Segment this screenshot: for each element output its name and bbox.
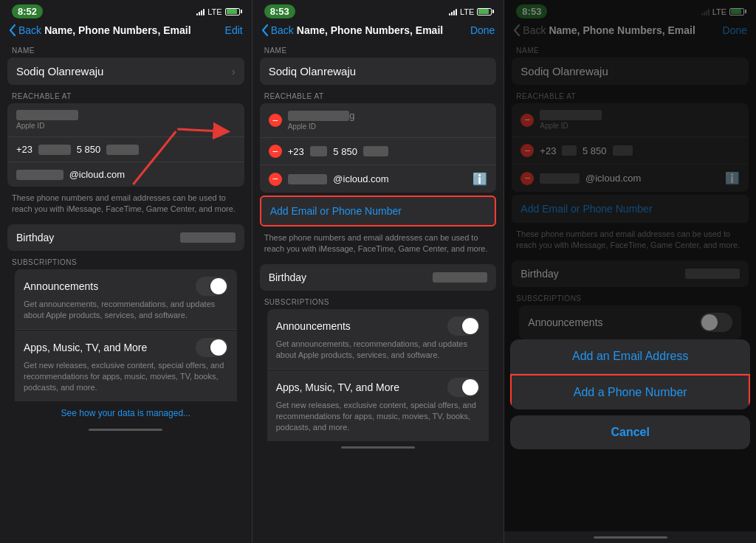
phone-blurred2-2 [363,146,388,156]
phone-screen-3: 8:53 LTE Back Name, Phone Numbers, Email… [504,0,756,543]
status-bar-2: 8:53 LTE [252,0,504,20]
name-field-2[interactable]: Sodiq Olanrewaju [260,58,497,85]
birthday-value-2 [433,272,487,283]
action-sheet-3: Add an Email Address Add a Phone Number … [504,0,756,543]
back-label-1: Back [18,24,41,36]
home-indicator-3 [594,536,667,539]
icloud-blurred-2 [288,174,328,184]
announcements-item-1: Announcements Get announcements, recomme… [15,269,237,330]
subscriptions-group-1: Announcements Get announcements, recomme… [7,269,244,402]
announcements-toggle-2[interactable] [447,317,480,336]
announcements-item-2: Announcements Get announcements, recomme… [267,309,489,370]
phone-blurred-1 [38,145,71,155]
name-value-1: Sodiq Olanrewaju [16,65,103,77]
minus-apple-id-2[interactable] [269,114,282,127]
reachable-desc-1: These phone numbers and email addresses … [0,188,252,220]
announcements-toggle-1[interactable] [196,277,228,296]
subscriptions-group-2: Announcements Get announcements, recomme… [260,309,497,442]
phone-mid-2: 5 850 [333,146,357,157]
minus-icloud-2[interactable] [269,173,282,186]
bottom-bar-2 [252,442,504,454]
bottom-bar-1 [0,424,252,436]
chevron-icon-1: › [232,66,236,77]
action-sheet-group-3: Add an Email Address Add a Phone Number [510,339,750,409]
home-indicator-1 [89,429,162,431]
name-value-2: Sodiq Olanrewaju [269,65,356,77]
info-icon-2[interactable]: ℹ️ [472,172,487,186]
back-label-2: Back [271,24,294,36]
reachable-label-1: REACHABLE AT [0,86,252,103]
reachable-group-1: Apple ID +23 5 850 @icloud.com [7,103,244,187]
email-suffix-2: g [349,110,354,121]
email-blurred-2 [288,111,350,121]
reachable-label-2: REACHABLE AT [252,86,504,103]
add-contact-item-2[interactable]: Add Email or Phone Number [260,196,497,226]
apple-id-item-1: Apple ID [7,103,244,137]
phone-blurred2-1 [106,145,139,155]
announcements-desc-2: Get announcements, recommendations, and … [276,336,481,362]
cancel-label-3: Cancel [611,426,649,438]
minus-phone-2[interactable] [269,145,282,158]
done-button-2[interactable]: Done [470,24,495,36]
battery-icon-2 [477,8,492,15]
add-phone-action-3[interactable]: Add a Phone Number [510,374,750,409]
phone-item-1: +23 5 850 [7,137,244,162]
home-indicator-2 [341,446,415,449]
status-icons-2: LTE [449,7,492,16]
edit-button-1[interactable]: Edit [225,24,243,36]
signal-icon-2 [449,8,457,15]
apple-id-label-2: Apple ID [288,122,488,131]
birthday-label-2: Birthday [269,272,306,283]
bottom-bar-3 [504,531,756,543]
phone-mid-1: 5 850 [77,144,101,155]
birthday-value-1 [180,232,235,243]
nav-title-1: Name, Phone Numbers, Email [44,24,224,36]
nav-title-2: Name, Phone Numbers, Email [297,24,470,36]
phone-prefix-1: +23 [16,144,32,155]
birthday-label-1: Birthday [16,232,54,243]
apps-music-title-2: Apps, Music, TV, and More [276,381,399,393]
add-contact-label-2: Add Email or Phone Number [270,205,402,217]
apps-toggle-1[interactable] [196,338,228,357]
signal-icon-1 [196,8,205,15]
name-section-label-1: NAME [0,41,252,58]
birthday-row-1[interactable]: Birthday [7,224,244,251]
status-time-1: 8:52 [12,4,43,18]
add-email-label-3: Add an Email Address [572,350,688,362]
chevron-left-icon-1 [9,24,16,36]
back-button-1[interactable]: Back [9,24,41,36]
apps-music-desc-1: Get new releases, exclusive content, spe… [24,357,228,394]
reachable-group-2: g Apple ID +23 5 850 @icloud.com ℹ️ [260,103,497,193]
add-phone-label-3: Add a Phone Number [574,386,687,398]
phone-item-2: +23 5 850 [260,138,497,165]
birthday-row-2[interactable]: Birthday [260,264,497,291]
name-section-label-2: NAME [252,41,504,58]
subscriptions-label-1: SUBSCRIPTIONS [0,252,252,269]
network-type-1: LTE [207,7,221,16]
nav-bar-1: Back Name, Phone Numbers, Email Edit [0,20,252,41]
status-bar-1: 8:52 LTE [0,0,252,20]
email-blurred-1 [16,110,78,120]
see-how-link-1[interactable]: See how your data is managed... [0,402,252,424]
apps-toggle-2[interactable] [447,378,480,397]
phone-screen-2: 8:53 LTE Back Name, Phone Numbers, Email… [252,0,505,543]
name-field-1[interactable]: Sodiq Olanrewaju › [7,58,244,85]
cancel-action-3[interactable]: Cancel [510,415,750,449]
announcements-title-1: Announcements [24,280,98,292]
announcements-desc-1: Get announcements, recommendations, and … [24,296,228,322]
phone-prefix-2: +23 [288,146,304,157]
announcements-title-2: Announcements [276,320,351,332]
apps-music-title-1: Apps, Music, TV, and More [24,342,147,353]
nav-bar-2: Back Name, Phone Numbers, Email Done [252,20,504,41]
apps-music-desc-2: Get new releases, exclusive content, spe… [276,397,481,434]
status-time-2: 8:53 [264,4,295,18]
apps-music-item-1: Apps, Music, TV, and More Get new releas… [15,331,237,401]
reachable-desc-2: These phone numbers and email addresses … [252,228,504,260]
icloud-item-1: @icloud.com [7,162,244,187]
apps-music-item-2: Apps, Music, TV, and More Get new releas… [267,370,489,441]
status-icons-1: LTE [196,7,239,16]
apple-id-item-2: g Apple ID [260,103,497,138]
back-button-2[interactable]: Back [261,24,294,36]
icloud-item-2: @icloud.com ℹ️ [260,165,497,193]
add-email-action-3[interactable]: Add an Email Address [510,339,750,374]
